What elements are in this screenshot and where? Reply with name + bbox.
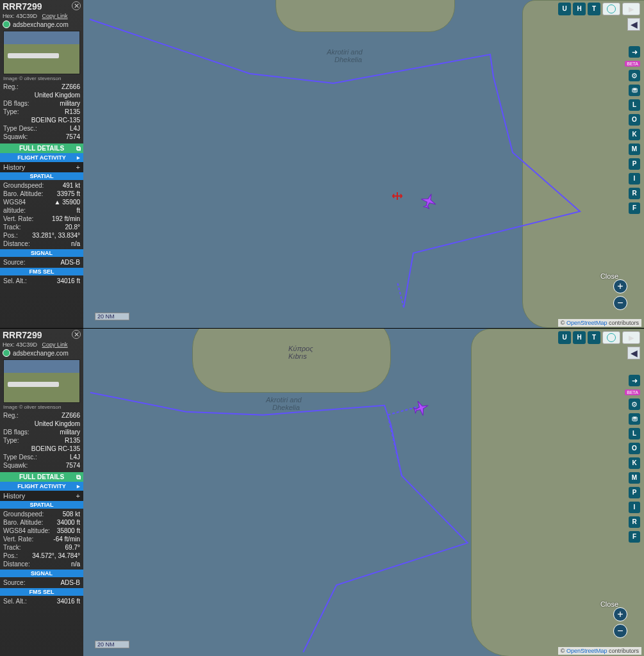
map-canvas[interactable]: Akrotiri andDhekelia ΚύπροςKıbrıs 20 NM …	[83, 329, 644, 656]
hex-line: Hex: 43C39D Copy Link	[0, 341, 83, 348]
t-button[interactable]: T	[588, 331, 600, 344]
close-sidebar-button[interactable]: ✕	[72, 330, 81, 339]
selalt-label: Sel. Alt.:	[3, 277, 27, 285]
hex-value: 43C39D	[16, 13, 37, 19]
vr-value: -64 ft/min	[53, 535, 80, 543]
country-value: United Kingdom	[35, 91, 80, 99]
layers-button[interactable]	[602, 331, 620, 344]
copy-link[interactable]: Copy Link	[42, 341, 68, 348]
fms-header: FMS SEL	[0, 588, 83, 596]
o-button[interactable]: O	[629, 114, 640, 126]
history-toggle[interactable]: History+	[0, 491, 83, 501]
trk-value: 20.8°	[65, 223, 80, 231]
site-line[interactable]: adsbexchange.com	[0, 348, 83, 358]
attribution: © OpenStreetMap contributors	[558, 319, 641, 327]
h-button[interactable]: H	[573, 331, 586, 344]
full-details-button[interactable]: FULL DETAILS⧉	[0, 144, 83, 153]
filters-button[interactable]: ⛃	[629, 85, 640, 96]
dbflags-value: military	[60, 99, 80, 108]
k-button[interactable]: K	[629, 129, 640, 140]
nav-back-button[interactable]: ◀	[627, 347, 640, 359]
nav-fwd-button[interactable]: ▶	[622, 3, 640, 15]
u-button[interactable]: U	[558, 3, 571, 15]
vr-label: Vert. Rate:	[3, 215, 33, 223]
filters-button[interactable]: ⛃	[629, 413, 640, 425]
squawk-label: Squawk:	[3, 461, 28, 470]
aircraft-photo[interactable]	[3, 31, 80, 74]
src-value: ADS-B	[60, 258, 80, 266]
i-button[interactable]: I	[629, 173, 640, 184]
u-button[interactable]: U	[558, 331, 571, 344]
login-button[interactable]: ➜	[629, 375, 640, 386]
image-credit: Image © oliver stevenson	[0, 404, 83, 410]
chevron-right-icon: ▶	[629, 334, 634, 342]
zoom-out-button[interactable]: −	[613, 296, 627, 310]
l-button[interactable]: L	[629, 428, 640, 439]
p-button[interactable]: P	[629, 158, 640, 170]
layers-button[interactable]	[602, 3, 620, 15]
spatial-info: Groundspeed:491 kt Baro. Altitude:33975 …	[0, 180, 83, 249]
callsign: RRR7299	[3, 1, 81, 12]
dist-value: n/a	[71, 240, 80, 248]
r-button[interactable]: R	[629, 516, 640, 528]
m-button[interactable]: M	[629, 144, 640, 155]
reg-label: Reg.:	[3, 83, 19, 91]
copy-link[interactable]: Copy Link	[42, 13, 68, 19]
chevron-right-icon: ▸	[77, 483, 80, 489]
flight-activity-button[interactable]: FLIGHT ACTIVITY▸	[0, 153, 83, 162]
pos-value: 33.281°, 33.834°	[32, 231, 80, 240]
f-button[interactable]: F	[629, 202, 640, 214]
o-button[interactable]: O	[629, 443, 640, 454]
balt-label: Baro. Altitude:	[3, 518, 43, 527]
p-button[interactable]: P	[629, 487, 640, 498]
dbflags-label: DB flags:	[3, 428, 29, 436]
close-sidebar-button[interactable]: ✕	[72, 1, 81, 10]
land-cyprus	[192, 329, 391, 393]
country-value: United Kingdom	[35, 420, 80, 428]
trk-label: Track:	[3, 223, 21, 231]
aircraft-photo[interactable]	[3, 359, 80, 403]
full-details-button[interactable]: FULL DETAILS⧉	[0, 472, 83, 482]
m-button[interactable]: M	[629, 472, 640, 484]
zoom-in-button[interactable]: +	[613, 279, 627, 293]
src-label: Source:	[3, 578, 25, 587]
h-button[interactable]: H	[573, 3, 586, 15]
t-button[interactable]: T	[588, 3, 600, 15]
balt-value: 34000 ft	[57, 518, 80, 527]
wgs-label: WGS84 altitude:	[3, 198, 49, 215]
selected-aircraft-icon[interactable]	[412, 399, 430, 418]
sidebar: RRR7299 ✕ Hex: 43C39D Copy Link adsbexch…	[0, 329, 83, 656]
zoom-in-button[interactable]: +	[613, 607, 627, 621]
l-button[interactable]: L	[629, 99, 640, 111]
squawk-label: Squawk:	[3, 133, 28, 141]
nav-back-button[interactable]: ◀	[627, 18, 640, 31]
fms-header: FMS SEL	[0, 268, 83, 275]
r-button[interactable]: R	[629, 188, 640, 199]
history-toggle[interactable]: History+	[0, 162, 83, 172]
selected-aircraft-icon[interactable]	[420, 192, 438, 211]
typedesc-value: L4J	[70, 453, 80, 461]
chevron-left-icon: ◀	[631, 19, 638, 29]
flight-activity-button[interactable]: FLIGHT ACTIVITY▸	[0, 482, 83, 491]
k-button[interactable]: K	[629, 457, 640, 469]
map-canvas[interactable]: Akrotiri andDhekelia 20 NM Close + − © O…	[83, 0, 644, 328]
zoom-out-button[interactable]: −	[613, 624, 627, 638]
callsign: RRR7299	[3, 330, 81, 340]
gs-value: 491 kt	[63, 181, 80, 190]
osm-link[interactable]: OpenStreetMap	[566, 320, 607, 326]
globe-icon	[607, 333, 616, 342]
settings-button[interactable]: ⚙	[629, 398, 640, 410]
site-name: adsbexchange.com	[13, 21, 69, 28]
site-line[interactable]: adsbexchange.com	[0, 19, 83, 29]
i-button[interactable]: I	[629, 502, 640, 513]
nav-fwd-button[interactable]: ▶	[622, 331, 640, 344]
typedesc-value: L4J	[70, 124, 80, 133]
login-button[interactable]: ➜	[629, 46, 640, 58]
f-button[interactable]: F	[629, 531, 640, 543]
osm-link[interactable]: OpenStreetMap	[566, 648, 607, 654]
image-credit: Image © oliver stevenson	[0, 76, 83, 81]
target-aircraft-icon[interactable]	[391, 191, 404, 202]
signal-header: SIGNAL	[0, 570, 83, 577]
settings-button[interactable]: ⚙	[629, 70, 640, 81]
vr-label: Vert. Rate:	[3, 535, 33, 543]
